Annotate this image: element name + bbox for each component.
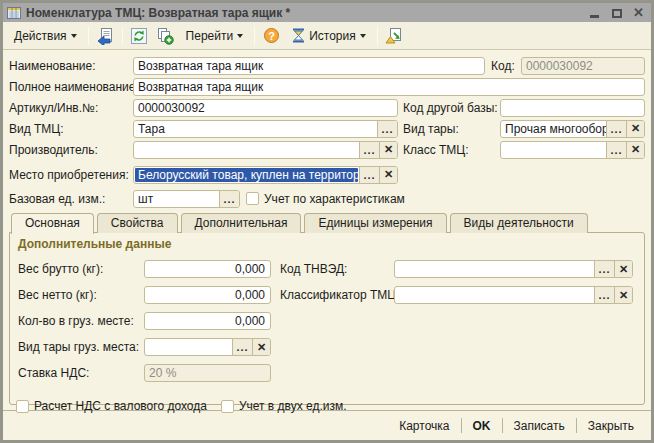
minimize-button[interactable] bbox=[587, 6, 602, 20]
manufacturer-row: Производитель: ... ✕ Класс ТМЦ: ... ✕ bbox=[9, 139, 645, 160]
titlebar[interactable]: Номенклатура ТМЦ: Возвратная тара ящик *… bbox=[3, 3, 651, 22]
tnved-code-clear-button[interactable]: ✕ bbox=[614, 261, 632, 277]
qty-cargo-place-row: Кол-во в груз. месте: 0,000 bbox=[16, 308, 636, 334]
history-button[interactable]: История bbox=[285, 25, 373, 47]
name-label: Наименование: bbox=[9, 59, 133, 73]
chevron-down-icon bbox=[360, 34, 366, 38]
tab-edinitsy-izmereniya[interactable]: Единицы измерения bbox=[304, 213, 446, 233]
full-name-row: Полное наименование: Возвратная тара ящи… bbox=[9, 76, 645, 97]
manufacturer-label: Производитель: bbox=[9, 143, 133, 157]
toolbar-separator bbox=[377, 27, 378, 45]
help-button[interactable]: ? bbox=[259, 25, 284, 47]
group-checkbox-row: Расчет НДС с валового дохода Учет в двух… bbox=[16, 399, 636, 413]
window-title: Номенклатура ТМЦ: Возвратная тара ящик * bbox=[26, 6, 582, 20]
name-input[interactable]: Возвратная тара ящик bbox=[133, 57, 485, 75]
tmc-class-select-button[interactable]: ... bbox=[606, 142, 626, 158]
window-icon bbox=[7, 7, 21, 19]
purchase-place-select-button[interactable]: ... bbox=[359, 167, 379, 183]
article-label: Артикул/Инв.№: bbox=[9, 101, 133, 115]
toolbar-separator bbox=[254, 27, 255, 45]
base-unit-select-button[interactable]: ... bbox=[219, 191, 239, 207]
manufacturer-input[interactable]: ... ✕ bbox=[133, 141, 398, 159]
code-input: 0000030092 bbox=[521, 57, 645, 75]
tab-dopolnitelnaya[interactable]: Дополнительная bbox=[181, 213, 302, 233]
footer-button-bar: Карточка OK Записать Закрыть bbox=[3, 410, 651, 440]
manufacturer-clear-button[interactable]: ✕ bbox=[379, 142, 397, 158]
tmc-kind-label: Вид ТМЦ: bbox=[9, 122, 133, 136]
name-row: Наименование: Возвратная тара ящик Код: … bbox=[9, 55, 645, 76]
goto-button[interactable]: Перейти bbox=[179, 25, 251, 47]
purchase-place-clear-button[interactable]: ✕ bbox=[379, 167, 397, 183]
manufacturer-select-button[interactable]: ... bbox=[359, 142, 379, 158]
tnved-code-label: Код ТНВЭД: bbox=[280, 262, 394, 276]
tmc-classifier-clear-button[interactable]: ✕ bbox=[614, 287, 632, 303]
maximize-button[interactable] bbox=[609, 6, 624, 20]
gross-weight-row: Вес брутто (кг): 0,000 Код ТНВЭД: ... ✕ bbox=[16, 256, 636, 282]
tab-vidy-deyatelnosti[interactable]: Виды деятельности bbox=[450, 213, 588, 233]
cargo-tare-kind-select-button[interactable]: ... bbox=[232, 339, 252, 355]
cargo-tare-kind-clear-button[interactable]: ✕ bbox=[252, 339, 270, 355]
hourglass-icon bbox=[292, 28, 305, 43]
tmc-classifier-select-button[interactable]: ... bbox=[594, 287, 614, 303]
purchase-place-input[interactable]: Белорусский товар, куплен на территории … bbox=[133, 166, 398, 184]
tare-kind-clear-button[interactable]: ✕ bbox=[626, 121, 644, 137]
char-accounting-checkbox[interactable] bbox=[246, 192, 259, 205]
vat-gross-income-checkbox[interactable] bbox=[16, 400, 29, 413]
cargo-tare-kind-label: Вид тары груз. места: bbox=[16, 340, 144, 354]
full-name-input[interactable]: Возвратная тара ящик bbox=[133, 78, 645, 96]
tnved-code-select-button[interactable]: ... bbox=[594, 261, 614, 277]
close-button[interactable]: ✕ bbox=[631, 6, 646, 20]
tmc-class-clear-button[interactable]: ✕ bbox=[626, 142, 644, 158]
ok-button[interactable]: OK bbox=[462, 416, 502, 436]
group-title: Дополнительные данные bbox=[16, 236, 636, 256]
vat-rate-input: 20 % bbox=[144, 364, 271, 382]
tab-svoystva[interactable]: Свойства bbox=[97, 213, 178, 233]
tare-kind-input[interactable]: Прочая многооборотн ... ✕ bbox=[500, 120, 645, 138]
cargo-tare-kind-input[interactable]: ... ✕ bbox=[144, 338, 271, 356]
chevron-down-icon bbox=[71, 34, 77, 38]
tab-bar: Основная Свойства Дополнительная Единицы… bbox=[11, 213, 645, 233]
help-question-icon: ? bbox=[263, 27, 280, 44]
tmc-class-input[interactable]: ... ✕ bbox=[500, 141, 645, 159]
gross-weight-input[interactable]: 0,000 bbox=[144, 260, 271, 278]
two-units-checkbox[interactable] bbox=[221, 400, 234, 413]
related-report-button[interactable] bbox=[382, 25, 407, 47]
tmc-kind-select-button[interactable]: ... bbox=[377, 121, 397, 137]
article-input[interactable]: 0000030092 bbox=[133, 99, 398, 117]
qty-cargo-place-input[interactable]: 0,000 bbox=[144, 312, 271, 330]
cargo-tare-kind-row: Вид тары груз. места: ... ✕ bbox=[16, 334, 636, 360]
base-unit-input[interactable]: шт ... bbox=[133, 190, 240, 208]
refresh-icon bbox=[130, 27, 148, 45]
qty-cargo-place-label: Кол-во в груз. месте: bbox=[16, 314, 144, 328]
actions-button[interactable]: Действия bbox=[7, 25, 84, 47]
save-document-button[interactable] bbox=[93, 25, 118, 47]
toolbar: Действия bbox=[3, 22, 651, 50]
tab-osnovnaya[interactable]: Основная bbox=[11, 213, 94, 234]
toolbar-separator bbox=[88, 27, 89, 45]
tare-kind-select-button[interactable]: ... bbox=[606, 121, 626, 137]
other-base-code-input[interactable] bbox=[500, 99, 645, 117]
copy-add-button[interactable] bbox=[153, 25, 178, 47]
additional-data-group: Дополнительные данные Вес брутто (кг): 0… bbox=[9, 232, 645, 405]
tmc-kind-input[interactable]: Тара ... bbox=[133, 120, 398, 138]
close-form-button[interactable]: Закрыть bbox=[577, 416, 645, 436]
refresh-button[interactable] bbox=[127, 25, 152, 47]
tmc-classifier-input[interactable]: ... ✕ bbox=[394, 286, 633, 304]
other-base-code-label: Код другой базы: bbox=[403, 101, 500, 115]
base-unit-label: Базовая ед. изм.: bbox=[9, 192, 133, 206]
save-document-icon bbox=[96, 27, 114, 45]
net-weight-input[interactable]: 0,000 bbox=[144, 286, 271, 304]
purchase-place-label: Место приобретения: bbox=[9, 168, 133, 182]
svg-text:?: ? bbox=[268, 30, 275, 42]
tnved-code-input[interactable]: ... ✕ bbox=[394, 260, 633, 278]
purchase-place-row: Место приобретения: Белорусский товар, к… bbox=[9, 164, 645, 185]
save-button[interactable]: Записать bbox=[503, 416, 576, 436]
vat-rate-row: Ставка НДС: 20 % bbox=[16, 360, 636, 386]
card-button[interactable]: Карточка bbox=[388, 416, 460, 436]
purchase-place-selected-text: Белорусский товар, куплен на территории … bbox=[135, 168, 358, 182]
window-controls: ✕ bbox=[587, 6, 646, 20]
nomenclature-tmc-window: Номенклатура ТМЦ: Возвратная тара ящик *… bbox=[0, 0, 654, 443]
tmc-classifier-label: Классификатор ТМЦ: bbox=[280, 288, 394, 302]
char-accounting-label: Учет по характеристикам bbox=[264, 192, 405, 206]
form-area: Наименование: Возвратная тара ящик Код: … bbox=[3, 50, 651, 410]
